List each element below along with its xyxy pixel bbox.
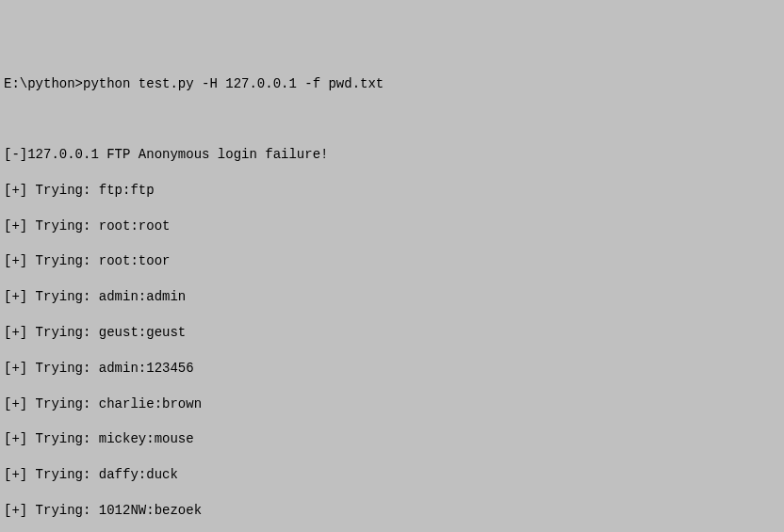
output-line: [+] Trying: 1012NW:bezoek — [4, 502, 780, 520]
output-line: [+] Trying: root:root — [4, 218, 780, 235]
output-line: [+] Trying: daffy:duck — [4, 466, 780, 484]
command-text: python test.py -H 127.0.0.1 -f pwd.txt — [83, 76, 384, 91]
output-line: [+] Trying: geust:geust — [4, 324, 780, 342]
prompt-path: E:\python> — [4, 76, 83, 91]
output-line: [+] Trying: admin:123456 — [4, 360, 780, 378]
output-line: [-]127.0.0.1 FTP Anonymous login failure… — [4, 146, 780, 164]
output-line: [+] Trying: charlie:brown — [4, 395, 780, 413]
empty-line — [4, 110, 780, 128]
output-line: [+] Trying: mickey:mouse — [4, 430, 780, 448]
output-line: [+] Trying: admin:admin — [4, 288, 780, 306]
output-line: [+] Trying: ftp:ftp — [4, 182, 780, 200]
command-prompt-line: E:\python>python test.py -H 127.0.0.1 -f… — [4, 75, 780, 93]
output-line: [+] Trying: root:toor — [4, 252, 780, 270]
